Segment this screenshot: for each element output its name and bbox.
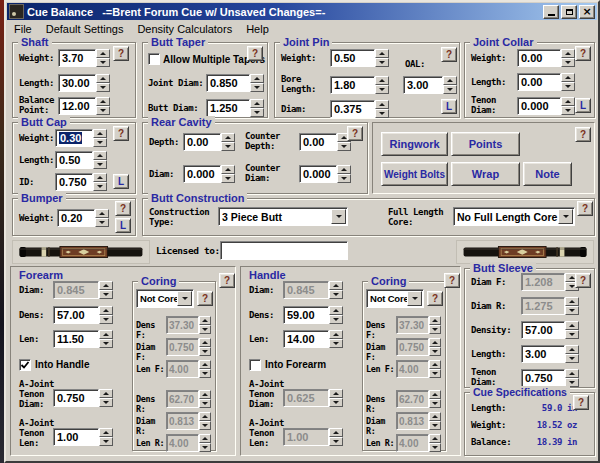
spin-up-button[interactable] (221, 165, 235, 174)
butt-taper-joint-diam-field[interactable]: 0.850 (206, 74, 250, 92)
spin-up-button[interactable] (99, 389, 113, 398)
forearm-coring-diam-f-spinner[interactable] (199, 338, 211, 356)
joint-pin-help-button[interactable]: ? (441, 47, 457, 62)
spin-down-button[interactable] (329, 437, 343, 446)
butt-sleeve-tenon-field[interactable]: 0.750 (521, 369, 565, 387)
spin-up-button[interactable] (429, 316, 441, 325)
forearm-diam-spinner[interactable] (99, 281, 113, 299)
spin-down-button[interactable] (96, 58, 110, 67)
handle-coring-help-button[interactable]: ? (427, 291, 443, 306)
butt-cap-weight-spinner[interactable] (93, 129, 107, 147)
spin-up-button[interactable] (99, 428, 113, 437)
handle-dens-field[interactable]: 59.00 (283, 306, 329, 324)
spin-up-button[interactable] (329, 281, 343, 290)
spin-up-button[interactable] (95, 209, 109, 218)
spin-up-button[interactable] (221, 133, 235, 142)
spin-up-button[interactable] (199, 338, 211, 347)
spin-down-button[interactable] (375, 109, 389, 118)
butt-sleeve-tenon-spinner[interactable] (565, 369, 579, 387)
handle-coring-dropdown-button[interactable] (407, 291, 422, 306)
spin-up-button[interactable] (443, 76, 457, 85)
spin-down-button[interactable] (561, 58, 575, 67)
spin-down-button[interactable] (93, 138, 107, 147)
forearm-coring-dropdown-button[interactable] (177, 291, 192, 306)
spin-up-button[interactable] (199, 390, 211, 399)
spin-down-button[interactable] (329, 339, 343, 348)
forearm-coring-len-f-field[interactable]: 4.00 (166, 360, 199, 378)
butt-sleeve-diam-r-spinner[interactable] (565, 297, 579, 315)
spin-down-button[interactable] (99, 315, 113, 324)
spin-down-button[interactable] (199, 325, 211, 334)
into-forearm-checkbox[interactable] (249, 359, 261, 371)
handle-tenon-len-field[interactable]: 1.00 (283, 428, 329, 446)
shaft-balance-field[interactable]: 12.00 (58, 97, 96, 115)
handle-coring-diam-r-field[interactable]: 0.813 (396, 412, 429, 430)
spin-down-button[interactable] (199, 369, 211, 378)
spin-up-button[interactable] (337, 165, 351, 174)
butt-sleeve-help-button[interactable]: ? (575, 273, 591, 288)
joint-collar-weight-field[interactable]: 0.00 (517, 49, 561, 67)
handle-len-spinner[interactable] (329, 330, 343, 348)
joint-pin-weight-spinner[interactable] (375, 49, 389, 67)
rear-cavity-counter-diam-field[interactable]: 0.000 (299, 165, 337, 183)
bumper-weight-field[interactable]: 0.20 (57, 209, 95, 227)
spin-down-button[interactable] (199, 347, 211, 356)
menu-help[interactable]: Help (239, 21, 276, 37)
construction-type-dropdown[interactable]: 3 Piece Butt (218, 207, 348, 226)
spin-down-button[interactable] (99, 339, 113, 348)
handle-coring-diam-r-spinner[interactable] (429, 412, 441, 430)
spin-down-button[interactable] (329, 290, 343, 299)
butt-cap-weight-field[interactable]: 0.30 (55, 129, 93, 147)
points-button[interactable]: Points (451, 132, 520, 156)
rear-cavity-depth-field[interactable]: 0.00 (183, 133, 221, 151)
joint-pin-diam-spinner[interactable] (375, 100, 389, 118)
spin-up-button[interactable] (199, 434, 211, 443)
close-button[interactable]: × (579, 5, 595, 19)
spin-up-button[interactable] (329, 306, 343, 315)
spin-down-button[interactable] (96, 83, 110, 92)
spin-up-button[interactable] (96, 97, 110, 106)
forearm-tenon-diam-spinner[interactable] (99, 389, 113, 407)
handle-coring-diam-f-field[interactable]: 0.750 (396, 338, 429, 356)
butt-taper-joint-diam-spinner[interactable] (250, 74, 264, 92)
forearm-len-spinner[interactable] (99, 330, 113, 348)
joint-pin-bore-spinner[interactable] (375, 76, 389, 94)
spin-down-button[interactable] (337, 142, 351, 151)
spin-down-button[interactable] (429, 443, 441, 452)
handle-coring-dens-r-field[interactable]: 62.70 (396, 390, 429, 408)
menu-file[interactable]: File (7, 21, 39, 37)
spin-up-button[interactable] (561, 73, 575, 82)
joint-pin-bore-field[interactable]: 1.80 (330, 76, 375, 94)
forearm-dens-field[interactable]: 57.00 (53, 306, 99, 324)
forearm-coring-diam-r-field[interactable]: 0.813 (166, 412, 199, 430)
butt-cap-id-field[interactable]: 0.750 (55, 173, 93, 191)
spin-down-button[interactable] (221, 142, 235, 151)
spin-up-button[interactable] (329, 428, 343, 437)
spin-down-button[interactable] (429, 399, 441, 408)
handle-len-field[interactable]: 14.00 (283, 330, 329, 348)
spin-down-button[interactable] (329, 315, 343, 324)
construction-type-dropdown-button[interactable] (331, 209, 346, 224)
spin-up-button[interactable] (99, 330, 113, 339)
forearm-coring-dens-f-field[interactable]: 37.30 (166, 316, 199, 334)
allow-multiple-tapers-checkbox[interactable] (148, 53, 160, 65)
spin-up-button[interactable] (429, 338, 441, 347)
spin-down-button[interactable] (561, 82, 575, 91)
forearm-dens-spinner[interactable] (99, 306, 113, 324)
spin-down-button[interactable] (199, 399, 211, 408)
handle-coring-len-f-spinner[interactable] (429, 360, 441, 378)
rear-cavity-diam-spinner[interactable] (221, 165, 235, 183)
handle-tenon-diam-spinner[interactable] (329, 389, 343, 407)
joint-collar-length-spinner[interactable] (561, 73, 575, 91)
forearm-coring-diam-f-field[interactable]: 0.750 (166, 338, 199, 356)
butt-cap-id-spinner[interactable] (93, 173, 107, 191)
spin-up-button[interactable] (375, 100, 389, 109)
joint-collar-help-button[interactable]: ? (575, 46, 591, 61)
handle-tenon-diam-field[interactable]: 0.625 (283, 389, 329, 407)
forearm-coring-dens-r-spinner[interactable] (199, 390, 211, 408)
spin-up-button[interactable] (93, 173, 107, 182)
minimize-button[interactable] (543, 5, 559, 19)
spin-down-button[interactable] (429, 347, 441, 356)
spin-up-button[interactable] (250, 99, 264, 108)
butt-taper-butt-diam-field[interactable]: 1.250 (206, 99, 250, 117)
